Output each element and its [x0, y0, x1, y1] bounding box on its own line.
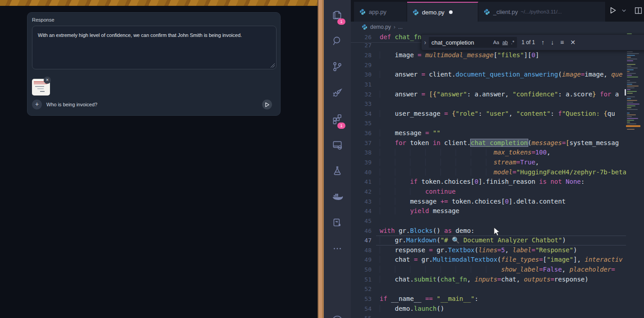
line-number: 29: [351, 60, 376, 70]
line-number: 35: [351, 118, 376, 128]
desktop-wallpaper-top: [0, 0, 324, 6]
file-gear-icon: [331, 217, 343, 229]
line-number: 43: [351, 197, 376, 207]
chat-message-input[interactable]: Who is being invoiced?: [46, 102, 97, 107]
desktop-wallpaper-gap: [317, 0, 324, 318]
find-close-button[interactable]: ✕: [570, 39, 576, 46]
tab-demopy[interactable]: demo.py: [407, 2, 478, 22]
code-line-32: 32 answer = [{"answer": a.answer, "confi…: [351, 90, 626, 100]
find-expand-toggle[interactable]: ›: [422, 39, 429, 46]
line-number: 49: [351, 255, 376, 265]
find-widget: › chat_completion Aa ab .* 1 of 1 ↑ ↓ ≡ …: [421, 34, 644, 50]
activity-run-debug-button[interactable]: [324, 82, 351, 104]
line-number: 40: [351, 168, 376, 177]
chat-panel: Response With an extremely high level of…: [27, 12, 281, 116]
activity-explorer-button[interactable]: 1: [324, 4, 351, 26]
line-number: 34: [351, 109, 376, 119]
split-editor-button[interactable]: [635, 7, 642, 14]
line-number: 42: [351, 187, 376, 197]
response-label: Response: [32, 17, 54, 23]
line-number: 48: [351, 245, 376, 255]
code-line-53: 53if __name__ == "__main__":: [351, 294, 626, 304]
send-icon: [264, 102, 270, 108]
line-number: 36: [351, 128, 376, 138]
line-number: 54: [351, 304, 376, 314]
tab-apppy[interactable]: app.py: [354, 2, 407, 22]
find-query: chat_completion: [431, 39, 490, 46]
mouse-cursor: [494, 227, 501, 237]
find-next-button[interactable]: ↓: [551, 39, 554, 46]
python-icon: [413, 9, 419, 16]
line-number: 51: [351, 275, 376, 285]
response-text: With an extremely high level of confiden…: [38, 32, 242, 38]
whole-word-button[interactable]: ab: [502, 40, 508, 45]
python-icon: [362, 24, 367, 30]
activity-source-control-button[interactable]: [324, 56, 351, 77]
code-line-28: 28 image = multimodal_message["files"][0…: [351, 50, 626, 60]
testing-icon: [331, 165, 343, 177]
line-number: 33: [351, 99, 376, 109]
python-icon: [359, 9, 366, 15]
run-button[interactable]: [609, 6, 617, 14]
tab-_clientpy[interactable]: _client.py~/.../python3.11/...: [478, 2, 606, 22]
code-line-43: 43 message += token.choices[0].delta.con…: [351, 197, 626, 207]
resize-handle[interactable]: [271, 64, 275, 68]
breadcrumb-file[interactable]: demo.py: [370, 24, 391, 30]
line-number: 41: [351, 177, 376, 187]
activity-badge: 1: [337, 18, 345, 25]
activity-search-button[interactable]: [324, 30, 351, 52]
response-textarea[interactable]: With an extremely high level of confiden…: [32, 26, 277, 69]
code-line-38: 38 max_tokens=100,: [351, 148, 626, 158]
code-line-33: 33: [351, 99, 626, 109]
activity-extensions-button[interactable]: 1: [324, 108, 351, 130]
regex-button[interactable]: .*: [511, 40, 514, 45]
send-button[interactable]: [262, 100, 272, 109]
chat-input-row: + Who is being invoiced?: [32, 99, 277, 111]
code-line-49: 49 chat = gr.MultimodalTextbox(file_type…: [351, 255, 626, 265]
code-line-41: 41 if token.choices[0].finish_reason is …: [351, 177, 626, 187]
code-editor[interactable]: 2728 image = multimodal_message["files"]…: [351, 32, 644, 318]
code-line-45: 45: [351, 216, 626, 226]
activity-account-button[interactable]: [324, 310, 351, 318]
account-icon: [331, 315, 343, 318]
activity-testing-button[interactable]: [324, 160, 351, 182]
chevron-down-icon[interactable]: [621, 8, 626, 13]
activity-bar: 11: [324, 0, 351, 318]
line-number: 38: [351, 148, 376, 158]
tab-bar: app.pydemo.py_client.py~/.../python3.11/…: [351, 0, 644, 22]
activity-more-button[interactable]: [324, 238, 351, 259]
modified-indicator[interactable]: [449, 10, 453, 14]
line-number: 37: [351, 138, 376, 148]
docker-icon: [331, 191, 344, 203]
line-number: 52: [351, 284, 376, 294]
line-number: 28: [351, 50, 376, 60]
minimap-find-match-highlight: [626, 125, 640, 127]
activity-docker-button[interactable]: [324, 186, 351, 208]
breadcrumb: demo.py › ...: [351, 22, 644, 32]
line-number: 47: [351, 236, 376, 245]
breadcrumb-symbol[interactable]: ...: [398, 24, 403, 30]
line-number: 44: [351, 206, 376, 216]
code-line-47: 47 gr.Markdown("# 🔍 Document Analyzer Ch…: [351, 236, 626, 245]
find-input[interactable]: chat_completion Aa ab .*: [429, 37, 517, 48]
activity-remote-explorer-button[interactable]: [324, 134, 351, 156]
add-file-button[interactable]: +: [32, 100, 42, 109]
minimap[interactable]: [626, 32, 641, 318]
code-line-52: 52: [351, 284, 626, 294]
find-previous-button[interactable]: ↑: [541, 39, 544, 46]
line-number: 46: [351, 226, 376, 236]
activity-file-gear-button[interactable]: [324, 212, 351, 234]
gradio-app-window: Response With an extremely high level of…: [0, 6, 317, 318]
match-case-button[interactable]: Aa: [493, 40, 499, 45]
line-number: 31: [351, 80, 376, 90]
find-in-selection-button[interactable]: ≡: [560, 39, 564, 46]
code-line-31: 31: [351, 80, 626, 90]
line-number: 55: [351, 313, 376, 318]
line-number: 50: [351, 265, 376, 275]
code-line-29: 29: [351, 60, 626, 70]
line-number: 32: [351, 90, 376, 100]
line-number: 26: [351, 32, 376, 42]
run-debug-icon: [331, 87, 343, 99]
attachment-close-button[interactable]: ×: [44, 77, 51, 84]
code-line-44: 44 yield message: [351, 206, 626, 216]
